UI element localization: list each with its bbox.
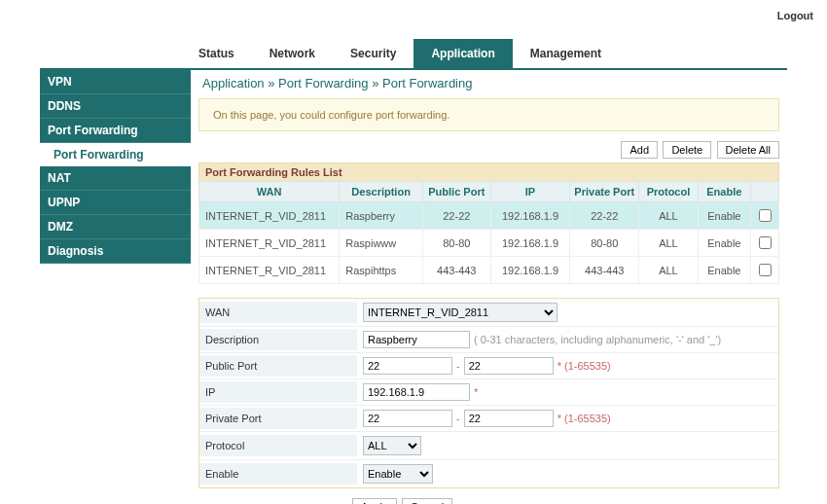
row-checkbox[interactable] <box>759 264 772 276</box>
breadcrumb: Application » Port Forwarding » Port For… <box>198 70 787 98</box>
separator: - <box>456 360 460 372</box>
cell-wan: INTERNET_R_VID_2811 <box>199 202 340 230</box>
cell-description: Raspiwww <box>340 230 423 257</box>
col-wan: WAN <box>199 182 340 202</box>
cell-public-port: 443-443 <box>422 257 490 284</box>
tab-management[interactable]: Management <box>513 39 619 68</box>
hint-box: On this page, you could configure port f… <box>198 98 779 131</box>
rules-table: WAN Description Public Port IP Private P… <box>198 181 779 284</box>
submit-row: Apply Cancel <box>198 498 779 504</box>
label-protocol: Protocol <box>199 435 357 456</box>
private-port-to-input[interactable] <box>464 410 554 427</box>
cell-select <box>750 202 778 230</box>
row-checkbox[interactable] <box>759 209 772 222</box>
cell-protocol: ALL <box>639 257 698 284</box>
description-note: ( 0-31 characters, including alphanumeri… <box>474 334 721 345</box>
rules-title: Port Forwarding Rules List <box>198 162 779 181</box>
label-private-port: Private Port <box>199 408 357 429</box>
cell-protocol: ALL <box>639 230 698 257</box>
tab-network[interactable]: Network <box>252 39 333 68</box>
tab-application[interactable]: Application <box>414 39 512 68</box>
sidebar: VPN DDNS Port Forwarding Port Forwarding… <box>40 70 191 264</box>
delete-all-button[interactable]: Delete All <box>717 141 779 159</box>
table-row[interactable]: INTERNET_R_VID_2811Raspiwww80-80192.168.… <box>199 230 779 257</box>
top-nav: Status Network Security Application Mana… <box>40 39 787 70</box>
cell-public-port: 22-22 <box>422 202 490 230</box>
cell-description: Raspberry <box>340 202 423 230</box>
cell-description: Raspihttps <box>340 257 423 284</box>
col-select <box>750 182 778 202</box>
edit-form: WAN INTERNET_R_VID_2811 Description ( 0-… <box>198 298 779 488</box>
rules-box: Port Forwarding Rules List WAN Descripti… <box>198 162 779 284</box>
cell-wan: INTERNET_R_VID_2811 <box>199 230 340 257</box>
rules-header-row: WAN Description Public Port IP Private P… <box>199 182 779 202</box>
public-port-to-input[interactable] <box>464 357 554 375</box>
cell-private-port: 80-80 <box>570 230 639 257</box>
label-public-port: Public Port <box>199 355 357 377</box>
cell-private-port: 22-22 <box>570 202 639 230</box>
page: Status Network Security Application Mana… <box>40 39 787 504</box>
add-button[interactable]: Add <box>621 141 658 159</box>
separator: - <box>456 413 460 424</box>
cell-enable: Enable <box>698 230 750 257</box>
col-private-port: Private Port <box>570 182 639 202</box>
description-input[interactable] <box>363 331 470 348</box>
cell-protocol: ALL <box>639 202 698 230</box>
sidebar-item-ddns[interactable]: DDNS <box>40 94 191 119</box>
cancel-button[interactable]: Cancel <box>402 498 452 504</box>
table-row[interactable]: INTERNET_R_VID_2811Raspberry22-22192.168… <box>199 202 779 230</box>
tab-security[interactable]: Security <box>333 39 414 68</box>
protocol-select[interactable]: ALL <box>363 436 421 455</box>
private-port-from-input[interactable] <box>363 410 452 427</box>
logout-link[interactable]: Logout <box>777 10 813 21</box>
cell-private-port: 443-443 <box>570 257 639 284</box>
col-public-port: Public Port <box>422 182 490 202</box>
cell-ip: 192.168.1.9 <box>490 257 570 284</box>
ip-note: * <box>474 386 478 398</box>
sidebar-item-diagnosis[interactable]: Diagnosis <box>40 239 191 264</box>
label-enable: Enable <box>199 463 357 485</box>
delete-button[interactable]: Delete <box>663 141 711 159</box>
cell-enable: Enable <box>698 202 750 230</box>
sidebar-item-vpn[interactable]: VPN <box>40 70 191 94</box>
label-ip: IP <box>199 381 357 403</box>
col-ip: IP <box>490 182 570 202</box>
col-description: Description <box>340 182 423 202</box>
sidebar-item-upnp[interactable]: UPNP <box>40 191 191 215</box>
wan-select[interactable]: INTERNET_R_VID_2811 <box>363 303 557 322</box>
apply-button[interactable]: Apply <box>352 498 397 504</box>
content: Application » Port Forwarding » Port For… <box>191 70 787 504</box>
cell-ip: 192.168.1.9 <box>490 202 570 230</box>
ip-input[interactable] <box>363 383 470 401</box>
col-enable: Enable <box>698 182 750 202</box>
col-protocol: Protocol <box>639 182 698 202</box>
enable-select[interactable]: Enable <box>363 464 433 484</box>
cell-select <box>750 230 778 257</box>
action-row: Add Delete Delete All <box>198 141 779 159</box>
cell-select <box>750 257 778 284</box>
sidebar-item-dmz[interactable]: DMZ <box>40 215 191 239</box>
label-description: Description <box>199 329 357 350</box>
private-port-note: * (1-65535) <box>557 413 611 424</box>
sidebar-item-port-forwarding[interactable]: Port Forwarding <box>40 119 191 143</box>
sidebar-sub-port-forwarding[interactable]: Port Forwarding <box>40 143 191 166</box>
cell-enable: Enable <box>698 257 750 284</box>
cell-ip: 192.168.1.9 <box>490 230 570 257</box>
sidebar-item-nat[interactable]: NAT <box>40 166 191 191</box>
public-port-note: * (1-65535) <box>557 360 611 372</box>
tab-status[interactable]: Status <box>181 39 252 68</box>
public-port-from-input[interactable] <box>363 357 452 375</box>
label-wan: WAN <box>199 302 357 323</box>
row-checkbox[interactable] <box>759 236 772 249</box>
table-row[interactable]: INTERNET_R_VID_2811Raspihttps443-443192.… <box>199 257 779 284</box>
cell-wan: INTERNET_R_VID_2811 <box>199 257 340 284</box>
cell-public-port: 80-80 <box>422 230 490 257</box>
